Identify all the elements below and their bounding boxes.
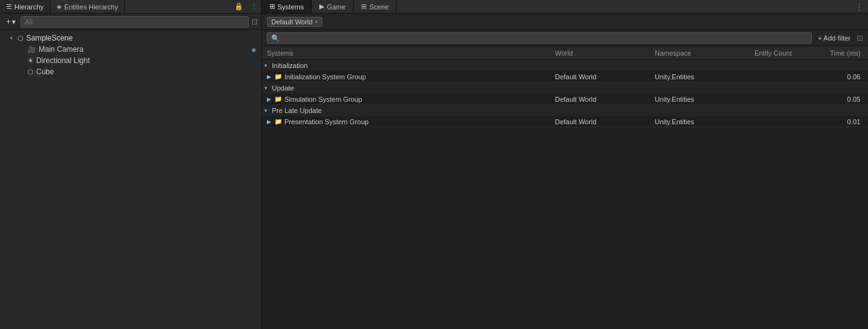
- hierarchy-tree: ▾ ⬡ SampleScene 🎥 Main Camera ◈ ☀ Direct…: [0, 30, 261, 329]
- tab-scene[interactable]: ⊞ Scene: [354, 0, 397, 13]
- section-update[interactable]: ▾ Update: [262, 82, 868, 94]
- left-panel: ☰ Hierarchy ◈ Entities Hierarchy 🔒 ⋮ + ▾…: [0, 0, 262, 329]
- add-button[interactable]: + ▾: [4, 17, 18, 27]
- left-toolbar: + ▾ ⊡: [0, 14, 261, 30]
- tree-item-directional-light[interactable]: ☀ Directional Light: [0, 55, 261, 66]
- init-folder-icon: 📁: [274, 73, 282, 80]
- hierarchy-search-input[interactable]: [21, 16, 249, 27]
- header-time-ms: Time (ms): [812, 49, 868, 57]
- tab-hierarchy[interactable]: ☰ Hierarchy: [0, 0, 51, 13]
- init-group-time: 0.06: [812, 73, 868, 81]
- update-arrow: ▾: [262, 85, 272, 91]
- pres-group-time: 0.01: [812, 118, 868, 125]
- update-label: Update: [272, 84, 868, 92]
- systems-search-input[interactable]: [267, 32, 812, 44]
- sim-group-namespace: Unity.Entities: [650, 96, 750, 103]
- tab-game[interactable]: ▶ Game: [312, 0, 354, 13]
- tab-systems[interactable]: ⊞ Systems: [262, 0, 312, 13]
- scene-settings-icon[interactable]: ⊡: [251, 17, 258, 26]
- right-tab-bar: ⊞ Systems ▶ Game ⊞ Scene ⋮: [262, 0, 868, 14]
- pres-folder-icon: 📁: [274, 118, 282, 125]
- pre-late-arrow: ▾: [262, 107, 272, 114]
- cube-icon: ⬡: [27, 68, 34, 76]
- init-group-name: Initialization System Group: [284, 73, 550, 81]
- header-entity-count: Entity Count: [750, 49, 812, 57]
- systems-table: ▾ Initialization ▶ 📁 Initialization Syst…: [262, 60, 868, 329]
- sim-group-arrow: ▶: [267, 96, 274, 102]
- tab-entities-label: Entities Hierarchy: [64, 3, 118, 11]
- right-more-icon[interactable]: ⋮: [851, 2, 868, 11]
- game-tab-label: Game: [327, 3, 345, 11]
- hierarchy-icon: ☰: [6, 3, 12, 10]
- filter-layout-icon[interactable]: ⊡: [857, 34, 863, 42]
- sim-group-world: Default World: [550, 96, 650, 103]
- scene-label: SampleScene: [26, 34, 256, 42]
- camera-label: Main Camera: [39, 45, 251, 54]
- scene-tab-label: Scene: [369, 3, 388, 11]
- section-initialization[interactable]: ▾ Initialization: [262, 60, 868, 71]
- sim-folder-icon: 📁: [274, 96, 282, 102]
- header-systems: Systems: [262, 49, 550, 57]
- camera-badge: ◈: [251, 46, 256, 53]
- lock-icon[interactable]: 🔒: [231, 2, 247, 11]
- pres-group-arrow: ▶: [267, 119, 274, 125]
- world-dropdown-label: Default World: [271, 18, 312, 26]
- sim-group-name: Simulation System Group: [284, 96, 550, 103]
- light-icon: ☀: [27, 57, 34, 65]
- systems-tab-label: Systems: [277, 3, 304, 11]
- pre-late-label: Pre Late Update: [272, 107, 868, 114]
- left-more-icon[interactable]: ⋮: [247, 2, 261, 11]
- pres-group-world: Default World: [550, 118, 650, 125]
- row-presentation-system-group[interactable]: ▶ 📁 Presentation System Group Default Wo…: [262, 116, 868, 127]
- initialization-arrow: ▾: [262, 62, 272, 69]
- init-group-world: Default World: [550, 73, 650, 81]
- world-dropdown-arrow: ▾: [315, 19, 318, 25]
- add-filter-label: + Add filter: [818, 34, 851, 42]
- sim-group-time: 0.05: [812, 96, 868, 103]
- light-label: Directional Light: [36, 56, 256, 65]
- initialization-label: Initialization: [272, 62, 868, 69]
- right-panel: ⊞ Systems ▶ Game ⊞ Scene ⋮ Default World…: [262, 0, 868, 329]
- header-namespace: Namespace: [650, 49, 750, 57]
- scene-arrow: ▾: [10, 35, 17, 41]
- world-dropdown[interactable]: Default World ▾: [267, 17, 322, 27]
- pres-group-name: Presentation System Group: [284, 118, 550, 125]
- cube-label: Cube: [36, 67, 256, 76]
- tree-item-main-camera[interactable]: 🎥 Main Camera ◈: [0, 44, 261, 55]
- row-initialization-system-group[interactable]: ▶ 📁 Initialization System Group Default …: [262, 71, 868, 82]
- scene-root-item[interactable]: ▾ ⬡ SampleScene: [0, 32, 261, 44]
- section-pre-late-update[interactable]: ▾ Pre Late Update: [262, 105, 868, 116]
- systems-table-header: Systems World Namespace Entity Count Tim…: [262, 46, 868, 60]
- left-tab-bar: ☰ Hierarchy ◈ Entities Hierarchy 🔒 ⋮: [0, 0, 261, 14]
- filter-bar: + Add filter ⊡: [262, 30, 868, 46]
- row-simulation-system-group[interactable]: ▶ 📁 Simulation System Group Default Worl…: [262, 94, 868, 105]
- init-group-arrow: ▶: [267, 74, 274, 80]
- entities-hierarchy-icon: ◈: [57, 3, 62, 10]
- header-world: World: [550, 49, 650, 57]
- add-dropdown-arrow: ▾: [12, 17, 16, 26]
- tree-item-cube[interactable]: ⬡ Cube: [0, 66, 261, 77]
- add-label: +: [6, 17, 11, 26]
- init-group-namespace: Unity.Entities: [650, 73, 750, 81]
- add-filter-button[interactable]: + Add filter: [816, 34, 853, 42]
- pres-group-namespace: Unity.Entities: [650, 118, 750, 125]
- world-bar: Default World ▾: [262, 14, 868, 30]
- game-tab-icon: ▶: [319, 2, 324, 11]
- scene-tab-icon: ⊞: [361, 2, 367, 11]
- tab-entities-hierarchy[interactable]: ◈ Entities Hierarchy: [51, 0, 125, 13]
- systems-tab-icon: ⊞: [269, 2, 275, 11]
- camera-icon: 🎥: [27, 46, 36, 54]
- scene-icon: ⬡: [17, 34, 24, 42]
- tab-hierarchy-label: Hierarchy: [14, 3, 44, 11]
